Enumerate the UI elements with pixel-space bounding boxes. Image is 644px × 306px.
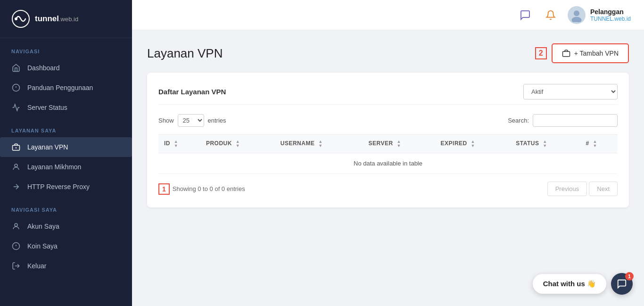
bell-icon[interactable]: [542, 7, 559, 24]
col-id[interactable]: ID ▲▼: [158, 135, 200, 153]
showing-text: Showing 0 to 0 of 0 entries: [173, 185, 245, 192]
coin-icon: [11, 241, 21, 251]
proxy-icon: [11, 182, 21, 191]
svg-rect-15: [562, 51, 570, 57]
show-label: Show: [158, 117, 174, 124]
content: Layanan VPN 2 + Tambah VPN Daftar Layana…: [132, 30, 644, 306]
server-status-icon: [11, 103, 21, 112]
sidebar-item-label: Koin Saya: [27, 242, 58, 250]
header-user[interactable]: Pelanggan TUNNEL.web.id: [568, 6, 631, 24]
empty-message: No data available in table: [158, 153, 618, 174]
sidebar-item-layanan-vpn[interactable]: Layanan VPN: [0, 137, 132, 157]
sidebar-item-label: Panduan Penggunaan: [27, 84, 93, 91]
sidebar-item-akun-saya[interactable]: Akun Saya: [0, 216, 132, 236]
col-produk[interactable]: PRODUK ▲▼: [200, 135, 275, 153]
svg-point-8: [15, 223, 17, 226]
col-expired[interactable]: EXPIRED ▲▼: [435, 135, 511, 153]
status-filter[interactable]: Aktif Tidak Aktif Semua: [523, 84, 618, 99]
user-info: Pelanggan TUNNEL.web.id: [590, 8, 631, 22]
user-icon: [11, 222, 21, 231]
data-table: ID ▲▼ PRODUK ▲▼ USERNAME ▲▼ SERVER: [158, 134, 618, 174]
sidebar-item-http-proxy[interactable]: HTTP Reverse Proxy: [0, 177, 132, 197]
entries-label: entries: [208, 117, 226, 124]
sidebar-item-server-status[interactable]: Server Status: [0, 98, 132, 117]
table-controls: Show 10 25 50 100 entries Search:: [158, 114, 618, 127]
entries-select[interactable]: 10 25 50 100: [178, 114, 204, 127]
sidebar-item-dashboard[interactable]: Dashboard: [0, 58, 132, 78]
mikhmon-icon: [11, 162, 21, 172]
sort-server-icon: ▲▼: [396, 140, 401, 148]
logo-text: tunnel.web.id: [35, 14, 78, 24]
sidebar-item-keluar[interactable]: Keluar: [0, 256, 132, 276]
svg-point-7: [15, 164, 17, 167]
nav-section-label: NAVIGASI: [0, 38, 132, 58]
col-status[interactable]: STATUS ▲▼: [510, 135, 580, 153]
sidebar-item-layanan-mikhmon[interactable]: Layanan Mikhmon: [0, 157, 132, 177]
chat-bubble: Chat with us 👋: [533, 274, 606, 294]
svg-point-14: [571, 17, 581, 22]
header: Pelanggan TUNNEL.web.id: [132, 0, 644, 30]
navigasi-saya-label: NAVIGASI SAYA: [0, 197, 132, 216]
chat-badge: 1: [625, 272, 634, 281]
logout-icon: [11, 261, 21, 271]
col-actions[interactable]: # ▲▼: [580, 135, 618, 153]
sort-username-icon: ▲▼: [318, 140, 322, 148]
book-icon: [11, 83, 21, 92]
sort-expired-icon: ▲▼: [471, 140, 475, 148]
pagination: Previous Next: [547, 182, 618, 196]
search-label: Search:: [508, 117, 529, 124]
annotation-2: 2: [535, 47, 547, 59]
sidebar-item-label: Layanan VPN: [27, 143, 68, 151]
sidebar-item-koin-saya[interactable]: Koin Saya: [0, 236, 132, 256]
user-sub: TUNNEL.web.id: [590, 16, 631, 22]
main-area: Pelanggan TUNNEL.web.id Layanan VPN 2 + …: [132, 0, 644, 306]
sidebar-item-label: Akun Saya: [27, 223, 59, 230]
sidebar-item-panduan[interactable]: Panduan Penggunaan: [0, 78, 132, 98]
search-input[interactable]: [533, 114, 618, 127]
table-head: ID ▲▼ PRODUK ▲▼ USERNAME ▲▼ SERVER: [158, 135, 618, 153]
vpn-icon: [11, 142, 21, 152]
table-footer: 1 Showing 0 to 0 of 0 entries Previous N…: [158, 182, 618, 196]
previous-button[interactable]: Previous: [547, 182, 587, 196]
annotation-1: 1: [158, 183, 170, 195]
page-title: Layanan VPN: [147, 46, 223, 61]
avatar: [568, 6, 586, 24]
chat-button[interactable]: 1: [611, 273, 633, 295]
table-body: No data available in table: [158, 153, 618, 174]
sidebar-item-label: Dashboard: [27, 64, 60, 72]
sidebar-item-label: HTTP Reverse Proxy: [27, 183, 90, 190]
main-card: Daftar Layanan VPN Aktif Tidak Aktif Sem…: [147, 73, 629, 207]
sort-actions-icon: ▲▼: [593, 140, 597, 148]
sidebar-item-label: Keluar: [27, 262, 46, 270]
logo-icon: [11, 9, 30, 28]
sidebar-logo: tunnel.web.id: [0, 0, 132, 38]
user-name: Pelanggan: [590, 8, 631, 16]
svg-point-1: [15, 17, 17, 20]
card-header: Daftar Layanan VPN Aktif Tidak Aktif Sem…: [158, 84, 618, 105]
col-server[interactable]: SERVER ▲▼: [363, 135, 435, 153]
sort-id-icon: ▲▼: [174, 140, 178, 148]
chat-header-icon[interactable]: [517, 7, 534, 24]
sort-produk-icon: ▲▼: [236, 140, 240, 148]
show-entries: Show 10 25 50 100 entries: [158, 114, 226, 127]
next-button[interactable]: Next: [589, 182, 618, 196]
layanan-section-label: LAYANAN SAYA: [0, 117, 132, 137]
svg-point-13: [574, 10, 579, 16]
sidebar: tunnel.web.id NAVIGASI Dashboard Panduan…: [0, 0, 132, 306]
sidebar-item-label: Server Status: [27, 104, 67, 111]
sidebar-item-label: Layanan Mikhmon: [27, 163, 81, 171]
page-header: Layanan VPN 2 + Tambah VPN: [147, 43, 629, 63]
card-title: Daftar Layanan VPN: [158, 88, 226, 96]
search-control: Search:: [508, 114, 618, 127]
add-vpn-button[interactable]: + Tambah VPN: [552, 43, 629, 63]
add-vpn-label: + Tambah VPN: [574, 50, 619, 57]
sort-status-icon: ▲▼: [543, 140, 547, 148]
home-icon: [11, 63, 21, 73]
col-username[interactable]: USERNAME ▲▼: [275, 135, 363, 153]
chat-widget: Chat with us 👋 1: [533, 273, 633, 295]
